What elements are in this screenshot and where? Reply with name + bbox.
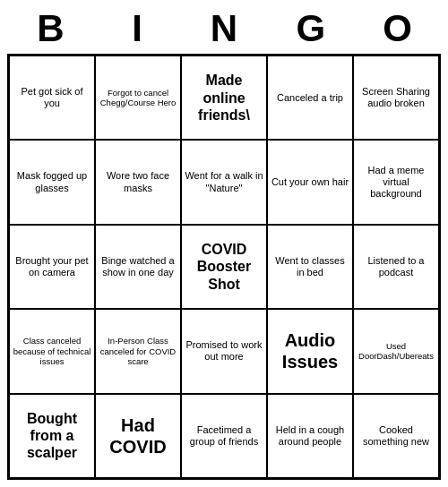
bingo-cell[interactable]: Screen Sharing audio broken: [353, 56, 439, 140]
bingo-cell[interactable]: Binge watched a show in one day: [95, 225, 181, 309]
bingo-cell[interactable]: Class canceled because of technical issu…: [9, 309, 95, 393]
cell-text: Promised to work out more: [185, 339, 263, 363]
cell-text: Pet got sick of you: [13, 86, 91, 109]
cell-text: Bought from a scalper: [13, 410, 91, 462]
cell-text: Cut your own hair: [271, 176, 349, 188]
cell-text: COVID Booster Shot: [185, 241, 263, 293]
bingo-cell[interactable]: Went for a walk in "Nature": [181, 140, 267, 224]
bingo-cell[interactable]: COVID Booster Shot: [181, 225, 267, 309]
bingo-cell[interactable]: Had COVID: [95, 394, 181, 478]
cell-text: In-Person Class canceled for COVID scare: [99, 336, 177, 366]
cell-text: Had a meme virtual background: [357, 165, 435, 201]
cell-text: Made online friends\: [185, 72, 263, 124]
bingo-cell[interactable]: Made online friends\: [181, 56, 267, 140]
cell-text: Cooked something new: [357, 424, 435, 448]
bingo-cell[interactable]: Went to classes in bed: [267, 225, 353, 309]
cell-text: Screen Sharing audio broken: [357, 86, 435, 109]
bingo-cell[interactable]: Cooked something new: [353, 394, 439, 478]
cell-text: Went to classes in bed: [271, 255, 349, 278]
bingo-cell[interactable]: Listened to a podcast: [353, 225, 439, 309]
letter-b: B: [7, 7, 94, 50]
letter-n: N: [181, 7, 268, 50]
cell-text: Listened to a podcast: [357, 255, 435, 278]
bingo-cell[interactable]: Brought your pet on camera: [9, 225, 95, 309]
bingo-header: B I N G O: [7, 7, 441, 50]
bingo-cell[interactable]: Canceled a trip: [267, 56, 353, 140]
bingo-cell[interactable]: Forgot to cancel Chegg/Course Hero: [95, 56, 181, 140]
cell-text: Facetimed a group of friends: [185, 424, 263, 448]
bingo-cell[interactable]: In-Person Class canceled for COVID scare: [95, 309, 181, 393]
cell-text: Class canceled because of technical issu…: [13, 336, 91, 366]
letter-g: G: [267, 7, 354, 50]
cell-text: Held in a cough around people: [271, 424, 349, 448]
cell-text: Audio Issues: [271, 329, 349, 372]
bingo-cell[interactable]: Audio Issues: [267, 309, 353, 393]
cell-text: Forgot to cancel Chegg/Course Hero: [99, 88, 177, 108]
letter-i: I: [94, 7, 181, 50]
cell-text: Used DoorDash/Ubereats: [357, 341, 435, 362]
cell-text: Wore two face masks: [99, 170, 177, 193]
bingo-cell[interactable]: Bought from a scalper: [9, 394, 95, 478]
bingo-cell[interactable]: Had a meme virtual background: [353, 140, 439, 224]
bingo-cell[interactable]: Pet got sick of you: [9, 56, 95, 140]
bingo-cell[interactable]: Held in a cough around people: [267, 394, 353, 478]
cell-text: Canceled a trip: [277, 92, 343, 104]
cell-text: Had COVID: [99, 414, 177, 457]
bingo-cell[interactable]: Promised to work out more: [181, 309, 267, 393]
bingo-cell[interactable]: Facetimed a group of friends: [181, 394, 267, 478]
bingo-cell[interactable]: Cut your own hair: [267, 140, 353, 224]
bingo-grid: Pet got sick of youForgot to cancel Cheg…: [7, 54, 441, 480]
bingo-cell[interactable]: Mask fogged up glasses: [9, 140, 95, 224]
cell-text: Went for a walk in "Nature": [185, 170, 263, 193]
letter-o: O: [354, 7, 441, 50]
cell-text: Binge watched a show in one day: [99, 255, 177, 278]
cell-text: Mask fogged up glasses: [13, 170, 91, 193]
cell-text: Brought your pet on camera: [13, 255, 91, 278]
bingo-cell[interactable]: Wore two face masks: [95, 140, 181, 224]
bingo-cell[interactable]: Used DoorDash/Ubereats: [353, 309, 439, 393]
